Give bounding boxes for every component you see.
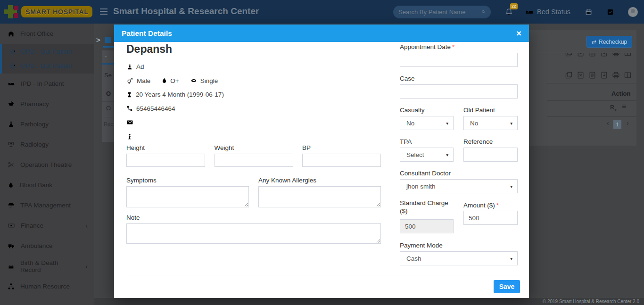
excel-export-icon[interactable]: [577, 53, 585, 57]
email-envelope-icon: [126, 119, 133, 125]
chevron-left-icon: ‹: [85, 263, 88, 270]
calendar-icon[interactable]: [585, 8, 592, 16]
tpa-label: TPA: [400, 138, 454, 146]
patient-marital-status: Single: [200, 77, 218, 84]
csv-export-icon[interactable]: [588, 71, 596, 79]
sidebar-item-radiology[interactable]: Radiology: [0, 134, 94, 155]
case-input[interactable]: [400, 84, 518, 99]
required-marker: *: [496, 202, 499, 209]
csv-export-icon[interactable]: [588, 53, 596, 57]
weight-input[interactable]: [215, 154, 293, 167]
standard-charge-label: Standard Charge ($): [400, 199, 454, 215]
stethoscope-icon: [8, 48, 15, 55]
notification-count-badge: 22: [510, 3, 518, 9]
note-label: Note: [126, 214, 381, 222]
print-icon[interactable]: [612, 71, 620, 79]
tab-minimize-fragment[interactable]: -: [105, 53, 107, 60]
app-title: Smart Hospital & Research Center: [113, 6, 259, 16]
consultant-doctor-select[interactable]: jhon smith▼: [400, 179, 518, 193]
weight-label: Weight: [215, 144, 293, 152]
tpa-select[interactable]: Select▼: [400, 148, 454, 162]
amount-input[interactable]: [463, 211, 518, 225]
sidebar-item-pathology[interactable]: Pathology: [0, 114, 94, 134]
panel-expand-chevron[interactable]: >: [96, 36, 100, 44]
tasks-check-icon[interactable]: [607, 8, 614, 16]
patient-name: Depansh: [126, 43, 172, 56]
sidebar-item-opd-out-patient[interactable]: OPD - Out Patient: [2, 45, 94, 59]
prescription-rx-icon[interactable]: Rx: [610, 104, 617, 112]
bed-status-label: Bed Status: [537, 8, 570, 16]
bed-icon: [8, 80, 15, 87]
pagination-next[interactable]: ›: [627, 119, 629, 127]
columns-toggle-icon[interactable]: [624, 71, 632, 79]
chevron-down-icon: ▼: [510, 121, 513, 126]
marital-ring-icon: [190, 77, 198, 84]
pagination-prev[interactable]: ‹: [607, 119, 609, 127]
row-menu-icon[interactable]: ≡: [622, 102, 626, 111]
save-button[interactable]: Save: [494, 280, 520, 293]
note-textarea[interactable]: [126, 223, 381, 244]
search-label-fragment: Se: [104, 72, 112, 79]
old-patient-select[interactable]: No▼: [463, 116, 518, 130]
pagination-page-1[interactable]: 1: [613, 120, 621, 129]
payment-mode-select[interactable]: Cash▼: [400, 251, 518, 265]
tab-dropdown-icon[interactable]: [105, 37, 111, 43]
patient-details-modal: Patient Details × Depansh Ad Male O+: [114, 25, 529, 298]
patient-phone: 65465446464: [136, 105, 175, 112]
appointment-date-input[interactable]: [400, 53, 518, 67]
radiology-machine-icon: [8, 141, 15, 148]
recheckup-button[interactable]: ⇄ Recheckup: [586, 36, 632, 48]
row-fragment: O: [106, 90, 111, 97]
sidebar-item-operation-theatre[interactable]: Operation Theatre: [0, 155, 94, 175]
consultant-doctor-label: Consultant Doctor: [400, 169, 518, 178]
sidebar-item-pharmacy[interactable]: Pharmacy: [0, 94, 94, 114]
sidebar-item-human-resource[interactable]: Human Resource: [0, 276, 94, 297]
allergies-label: Any Known Allergies: [258, 176, 381, 185]
height-label: Height: [126, 144, 205, 152]
allergies-textarea[interactable]: [258, 186, 381, 207]
bed-status-button[interactable]: Bed Status: [525, 8, 570, 16]
sidebar-item-finance[interactable]: Finance ‹: [0, 215, 94, 236]
app-logo[interactable]: SMART HOSPITAL: [0, 0, 94, 24]
sidebar-item-birth-death-record[interactable]: Birth & Death Record ‹: [0, 256, 94, 276]
casualty-label: Casualty: [400, 106, 454, 115]
sidebar-item-blood-bank[interactable]: Blood Bank: [0, 175, 94, 195]
user-avatar[interactable]: [628, 7, 638, 17]
patient-search[interactable]: [393, 6, 491, 18]
patient-gender: Male: [137, 77, 150, 84]
excel-export-icon[interactable]: [577, 71, 585, 79]
active-tab-underline: [103, 46, 114, 48]
patient-search-input[interactable]: [398, 8, 481, 16]
sidebar-item-opd-out-patient-2[interactable]: OPD - Out Patient: [2, 59, 94, 73]
print-icon[interactable]: [612, 53, 620, 57]
action-column-header: Action: [611, 90, 630, 97]
payment-mode-label: Payment Mode: [400, 241, 518, 250]
sidebar-item-ambulance[interactable]: Ambulance: [0, 236, 94, 256]
sidebar-toggle-hamburger-icon[interactable]: [100, 8, 107, 15]
copy-export-icon[interactable]: [565, 71, 573, 79]
columns-toggle-icon[interactable]: [624, 53, 632, 57]
case-label: Case: [400, 74, 518, 83]
sidebar-item-tpa-management[interactable]: TPA Management: [0, 195, 94, 215]
divider: [102, 117, 114, 117]
reference-input[interactable]: [463, 148, 518, 162]
close-icon[interactable]: ×: [516, 29, 521, 38]
modal-title: Patient Details: [122, 29, 172, 38]
copy-export-icon[interactable]: [565, 53, 573, 57]
pdf-export-icon[interactable]: [600, 71, 608, 79]
old-patient-label: Old Patient: [463, 106, 518, 115]
reference-label: Reference: [463, 138, 518, 146]
symptoms-textarea[interactable]: [126, 186, 249, 207]
casualty-select[interactable]: No▼: [400, 116, 454, 130]
phone-icon: [126, 105, 133, 112]
notifications-button[interactable]: 22: [505, 8, 513, 16]
sidebar-item-ipd-in-patient[interactable]: IPD - In Patient: [0, 74, 94, 94]
search-icon[interactable]: [481, 8, 486, 15]
height-input[interactable]: [126, 154, 205, 167]
standard-charge-input: [400, 219, 454, 233]
pdf-export-icon[interactable]: [600, 53, 608, 57]
divider: [102, 101, 114, 102]
hospital-plus-icon: [4, 4, 20, 19]
sidebar-item-front-office[interactable]: Front Office: [0, 24, 94, 44]
bp-input[interactable]: [302, 154, 381, 167]
